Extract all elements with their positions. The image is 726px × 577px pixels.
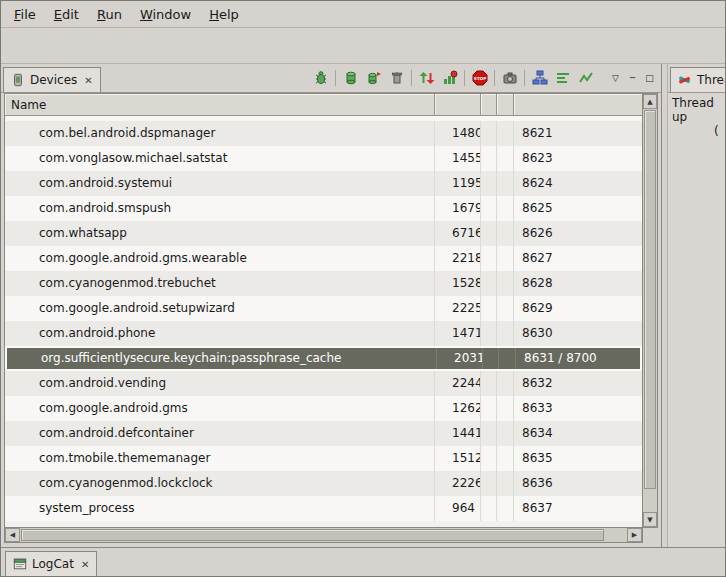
method-profiling-button[interactable]	[438, 67, 461, 89]
update-heap-icon	[343, 70, 359, 86]
toolbar-separator	[524, 70, 525, 86]
scroll-up-button[interactable]: ▲	[643, 94, 657, 109]
scroll-left-button[interactable]: ◀	[5, 528, 20, 542]
device-col3	[481, 371, 497, 396]
scroll-down-button[interactable]: ▼	[643, 512, 657, 527]
device-col4	[497, 446, 514, 471]
minimize-button[interactable]: ─	[624, 70, 641, 87]
tab-devices[interactable]: Devices ✕	[3, 67, 101, 92]
table-row[interactable]: com.bel.android.dspmanager 1480 8621	[5, 121, 642, 146]
device-table: Name com.bel.android.dspmanager 1480 862…	[4, 93, 658, 528]
bottom-bar: LogCat ✕	[1, 547, 725, 576]
table-row[interactable]: com.google.android.gms.wearable 22185 86…	[5, 246, 642, 271]
table-row[interactable]: com.vonglasow.michael.satstat 14553 8623	[5, 146, 642, 171]
dump-hprof-button[interactable]	[362, 67, 385, 89]
device-port: 8624	[514, 171, 642, 196]
menu-item-run[interactable]: Run	[88, 3, 131, 26]
close-icon[interactable]: ✕	[82, 75, 92, 86]
stop-process-button[interactable]: STOP	[468, 67, 491, 89]
menu-item-help[interactable]: Help	[200, 3, 248, 26]
horizontal-scrollbar[interactable]: ◀ ▶	[4, 528, 643, 543]
table-row[interactable]: com.cyanogenmod.lockclock 22265 8636	[5, 471, 642, 496]
device-port: 8630	[514, 321, 642, 346]
tab-threads[interactable]: Threa	[670, 67, 725, 92]
device-col3	[481, 496, 497, 521]
menu-item-file[interactable]: File	[5, 3, 45, 26]
device-pid: 22185	[435, 246, 481, 271]
horizontal-scroll-track[interactable]	[20, 528, 627, 542]
table-row[interactable]: com.android.phone 1471 8630	[5, 321, 642, 346]
device-port: 8631 / 8700	[516, 348, 640, 369]
device-col3	[481, 446, 497, 471]
column-header-4[interactable]	[497, 94, 514, 116]
vertical-scrollbar[interactable]: ▲ ▼	[642, 94, 657, 527]
table-row[interactable]: com.cyanogenmod.trebuchet 1528 8628	[5, 271, 642, 296]
device-col4	[497, 171, 514, 196]
tab-logcat[interactable]: LogCat ✕	[5, 551, 97, 576]
device-port: 8633	[514, 396, 642, 421]
table-row[interactable]: com.android.defcontainer 14411 8634	[5, 421, 642, 446]
table-row[interactable]: com.google.android.setupwizard 22250 862…	[5, 296, 642, 321]
device-port: 8626	[514, 221, 642, 246]
cause-gc-button[interactable]	[385, 67, 408, 89]
vertical-scroll-track[interactable]	[643, 109, 657, 512]
table-row[interactable]: com.android.smspush 1679 8625	[5, 196, 642, 221]
view-menu-button[interactable]: ▽	[607, 70, 624, 87]
device-name: system_process	[5, 496, 435, 521]
network-stats-button[interactable]	[574, 67, 597, 89]
device-port: 8627	[514, 246, 642, 271]
device-name: com.android.phone	[5, 321, 435, 346]
table-row[interactable]: org.sufficientlysecure.keychain:passphra…	[5, 346, 642, 371]
device-col3	[481, 396, 497, 421]
device-port: 8621	[514, 121, 642, 146]
device-name: com.google.android.gms	[5, 396, 435, 421]
column-header-pid[interactable]	[435, 94, 481, 116]
toolbar-separator	[411, 70, 412, 86]
device-pid: 20311	[437, 348, 483, 369]
device-col4	[497, 221, 514, 246]
update-heap-button[interactable]	[339, 67, 362, 89]
table-row[interactable]: com.google.android.gms 12623 8633	[5, 396, 642, 421]
view-menu-icon: ▽	[612, 73, 619, 83]
device-port: 8637	[514, 496, 642, 521]
device-col3	[481, 421, 497, 446]
device-col4	[497, 421, 514, 446]
maximize-button[interactable]: □	[641, 70, 658, 87]
view-hierarchy-button[interactable]	[528, 67, 551, 89]
debug-icon	[313, 70, 329, 86]
horizontal-scroll-thumb[interactable]	[21, 529, 604, 541]
menu-item-edit[interactable]: Edit	[45, 3, 88, 26]
device-name: com.cyanogenmod.trebuchet	[5, 271, 435, 296]
device-col3	[481, 171, 497, 196]
threads-tab-label: Threa	[697, 73, 725, 87]
devices-panel-header: Devices ✕	[1, 64, 661, 93]
table-row[interactable]: system_process 964 8637	[5, 496, 642, 521]
table-row[interactable]: com.android.vending 22440 8632	[5, 371, 642, 396]
close-icon[interactable]: ✕	[79, 559, 89, 570]
devices-toolbar: STOP	[309, 67, 661, 89]
column-header-port[interactable]	[514, 94, 642, 116]
debug-process-button[interactable]	[309, 67, 332, 89]
device-port: 8623	[514, 146, 642, 171]
table-row[interactable]: com.tmobile.thememanager 1512 8635	[5, 446, 642, 471]
scroll-right-button[interactable]: ▶	[627, 528, 642, 542]
systrace-icon	[555, 70, 571, 86]
screen-capture-button[interactable]	[498, 67, 521, 89]
menu-item-window[interactable]: Window	[131, 3, 200, 26]
device-name: com.android.systemui	[5, 171, 435, 196]
stop-process-icon: STOP	[472, 70, 488, 86]
device-col4	[497, 271, 514, 296]
table-row[interactable]: com.whatsapp 6716 8626	[5, 221, 642, 246]
column-header-3[interactable]	[481, 94, 497, 116]
network-stats-icon	[578, 70, 594, 86]
vertical-scroll-thumb[interactable]	[644, 110, 656, 489]
systrace-button[interactable]	[551, 67, 574, 89]
update-threads-button[interactable]	[415, 67, 438, 89]
device-col4	[499, 348, 516, 369]
scroll-left-icon: ◀	[10, 531, 15, 539]
update-threads-icon	[419, 70, 435, 86]
device-name: com.whatsapp	[5, 221, 435, 246]
threads-message-line2: (	[714, 124, 721, 138]
table-row[interactable]: com.android.systemui 1195 8624	[5, 171, 642, 196]
column-header-name[interactable]: Name	[5, 94, 435, 116]
